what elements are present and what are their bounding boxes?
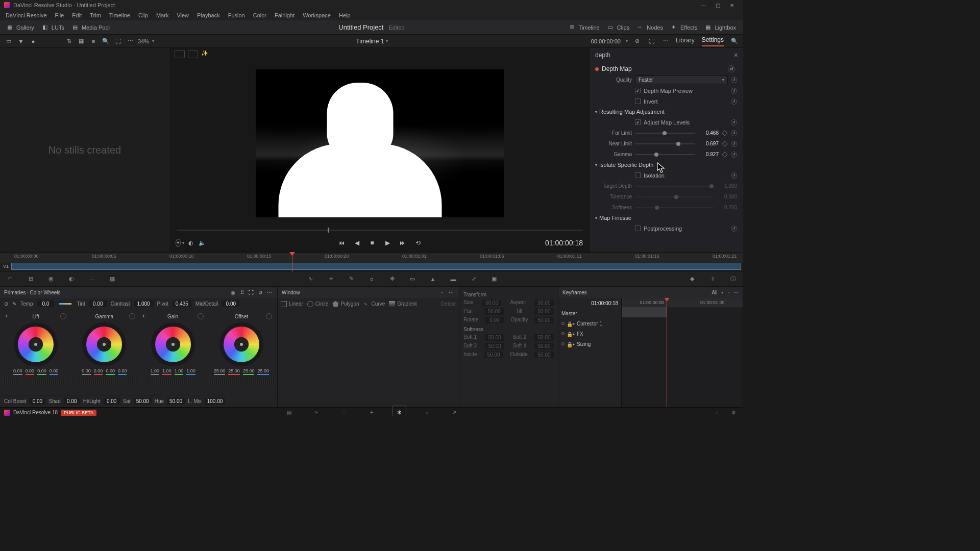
near-limit-value[interactable]: 0.697 bbox=[698, 141, 719, 146]
gain-y[interactable]: 1.00 bbox=[151, 368, 160, 373]
gain-picker-icon[interactable]: + bbox=[142, 313, 149, 319]
list-view-icon[interactable]: ≡ bbox=[89, 37, 98, 46]
gamma-b[interactable]: 0.00 bbox=[118, 368, 127, 373]
lock-icon[interactable]: 🔒 bbox=[567, 332, 571, 336]
menu-item[interactable]: Fusion bbox=[225, 11, 249, 19]
gamma-reset-icon[interactable] bbox=[129, 313, 135, 319]
timecode[interactable]: 00:00:00:00 bbox=[591, 38, 621, 44]
zoom-dropdown-icon[interactable]: ▾ bbox=[152, 39, 154, 43]
menu-item[interactable]: Color bbox=[250, 11, 270, 19]
gain-g[interactable]: 1.00 bbox=[175, 368, 184, 373]
tint-value[interactable]: 0.00 bbox=[89, 300, 107, 307]
mute-icon[interactable]: 🔈 bbox=[199, 240, 206, 246]
lift-b[interactable]: 0.00 bbox=[50, 368, 59, 373]
gamma-y[interactable]: 0.00 bbox=[82, 368, 91, 373]
window-option-icon[interactable]: ◦ bbox=[438, 289, 446, 296]
viewer-scrubber[interactable] bbox=[169, 227, 590, 234]
gamma-reset-icon[interactable]: ↺ bbox=[731, 152, 737, 158]
offset-reset-icon[interactable] bbox=[266, 313, 272, 319]
lift-g[interactable]: 0.00 bbox=[37, 368, 46, 373]
video-clip[interactable] bbox=[11, 263, 741, 270]
sizing-icon[interactable]: ⤢ bbox=[469, 274, 479, 284]
gamma-r[interactable]: 0.00 bbox=[94, 368, 103, 373]
image-wipe-icon[interactable] bbox=[175, 50, 185, 58]
far-limit-slider[interactable] bbox=[635, 133, 695, 134]
thumb-view-icon[interactable]: ▦ bbox=[77, 37, 86, 46]
postprocessing-reset-icon[interactable]: ↺ bbox=[731, 226, 737, 232]
viewer-more-icon[interactable]: ⋯ bbox=[662, 37, 671, 46]
kf-row-sizing[interactable]: 🔒▸Sizing bbox=[558, 339, 621, 349]
offset-g[interactable]: 25.00 bbox=[243, 368, 255, 373]
shape-delete[interactable]: Delete bbox=[441, 301, 456, 307]
inspector-search-icon[interactable]: 🔍 bbox=[731, 38, 738, 44]
wipe-icon[interactable]: ◐ bbox=[188, 240, 193, 246]
mediapool-toggle[interactable]: ▤Media Pool bbox=[69, 23, 113, 32]
shape-linear[interactable]: Linear bbox=[281, 301, 303, 307]
lift-reset-icon[interactable] bbox=[60, 313, 66, 319]
tc-dropdown-icon[interactable]: ▾ bbox=[626, 39, 628, 43]
search-gallery-icon[interactable]: 🔍 bbox=[101, 37, 110, 46]
expand-primaries-icon[interactable]: ⛶ bbox=[248, 289, 255, 296]
kf-more-icon[interactable]: ⋯ bbox=[733, 290, 739, 295]
kf-row-master[interactable]: Master bbox=[558, 308, 621, 318]
rgb-mixer-icon[interactable]: ∴ bbox=[87, 274, 97, 284]
kf-filter-all[interactable]: All bbox=[712, 290, 717, 295]
effect-reset-icon[interactable]: ↺ bbox=[728, 65, 735, 72]
quality-reset-icon[interactable]: ↺ bbox=[731, 77, 737, 83]
offset-y[interactable]: 25.00 bbox=[214, 368, 226, 373]
page-color[interactable]: ✻ bbox=[395, 408, 404, 417]
unmix-dropdown-icon[interactable]: ▾ bbox=[182, 241, 184, 245]
effect-header[interactable]: Depth Map ↺ bbox=[592, 63, 738, 74]
menu-item[interactable]: Timeline bbox=[106, 11, 134, 19]
clips-toggle[interactable]: ▭Clips bbox=[605, 23, 632, 32]
gamma-g[interactable]: 0.00 bbox=[106, 368, 115, 373]
curves-icon[interactable]: ◠ bbox=[5, 274, 15, 284]
warper-icon[interactable]: ⊞ bbox=[26, 274, 36, 284]
play-button[interactable]: ▶ bbox=[383, 239, 391, 247]
stop-button[interactable]: ■ bbox=[368, 239, 376, 247]
search-clear-icon[interactable]: ✕ bbox=[733, 52, 738, 59]
luts-toggle[interactable]: ◧LUTs bbox=[39, 23, 67, 32]
pivot-value[interactable]: 0.435 bbox=[173, 300, 191, 307]
marker-icon[interactable]: ● bbox=[29, 37, 38, 46]
zoom-level[interactable]: 34% bbox=[138, 38, 149, 44]
section-map-finesse[interactable]: ▾Map Finesse bbox=[592, 213, 738, 223]
offset-master-slider[interactable] bbox=[209, 379, 274, 384]
near-limit-slider[interactable] bbox=[635, 143, 695, 144]
project-settings-icon[interactable]: ⚙ bbox=[729, 408, 738, 417]
shape-gradient[interactable]: Gradient bbox=[389, 301, 416, 307]
close-button[interactable]: ✕ bbox=[725, 0, 739, 10]
section-isolate-depth[interactable]: ▾Isolate Specific Depth bbox=[592, 160, 738, 170]
timeline-toggle[interactable]: ≣Timeline bbox=[567, 23, 603, 32]
reset-all-icon[interactable]: ↺ bbox=[257, 289, 264, 296]
lift-r[interactable]: 0.00 bbox=[26, 368, 35, 373]
gallery-toggle[interactable]: ▦Gallery bbox=[4, 23, 37, 32]
isolation-checkbox[interactable] bbox=[635, 172, 641, 178]
preview-checkbox[interactable] bbox=[635, 88, 641, 93]
lmix-value[interactable]: 100.00 bbox=[205, 398, 226, 405]
play-still-icon[interactable]: ▼ bbox=[16, 37, 26, 46]
minimize-button[interactable]: — bbox=[696, 0, 710, 10]
preview-reset-icon[interactable]: ↺ bbox=[731, 88, 737, 94]
shape-curve[interactable]: ∿Curve bbox=[363, 301, 385, 307]
more-icon[interactable]: ⋯ bbox=[126, 37, 135, 46]
custom-curves-icon[interactable]: ∿ bbox=[305, 274, 315, 284]
invert-reset-icon[interactable]: ↺ bbox=[731, 98, 737, 105]
wheel-mode-icon[interactable]: ◎ bbox=[229, 289, 236, 296]
expand-icon[interactable]: ⛶ bbox=[113, 37, 122, 46]
gain-wheel[interactable] bbox=[151, 322, 195, 366]
hdr-icon[interactable]: ◐ bbox=[66, 274, 77, 284]
middetail-value[interactable]: 0.00 bbox=[222, 300, 239, 307]
tracker-icon[interactable]: ✥ bbox=[387, 274, 397, 284]
dots-icon[interactable]: ⠿ bbox=[238, 289, 246, 296]
color-warper-icon[interactable]: ✳ bbox=[326, 274, 336, 284]
far-reset-icon[interactable]: ↺ bbox=[731, 130, 737, 136]
gain-b[interactable]: 1.00 bbox=[186, 368, 195, 373]
kf-mode-icon[interactable]: ◦ bbox=[727, 290, 729, 295]
sat-value[interactable]: 50.00 bbox=[134, 398, 152, 405]
menu-item[interactable]: Workspace bbox=[299, 11, 334, 19]
menu-item[interactable]: Edit bbox=[68, 11, 85, 19]
unmix-icon[interactable]: ✦ bbox=[176, 239, 181, 247]
invert-checkbox[interactable] bbox=[635, 98, 641, 104]
far-limit-value[interactable]: 0.468 bbox=[698, 130, 719, 136]
